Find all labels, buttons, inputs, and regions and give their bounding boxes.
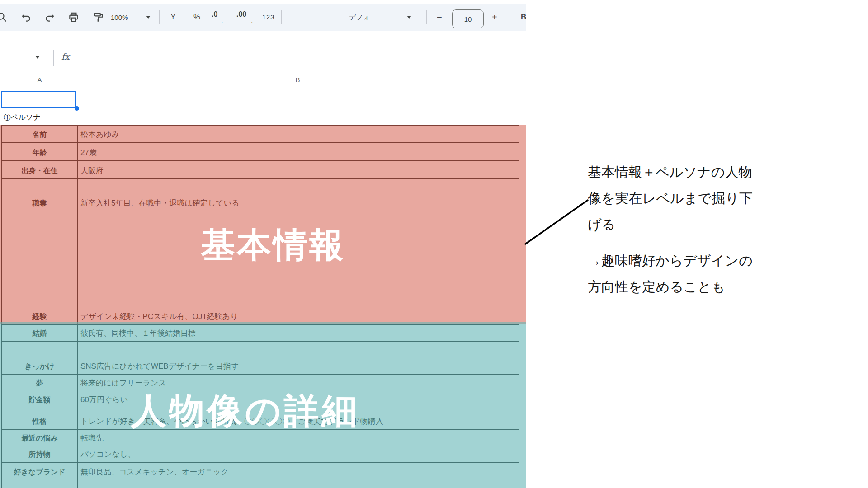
row-value-cell[interactable] [78, 480, 519, 488]
font-size-value: 10 [464, 15, 472, 23]
column-headers: A B [0, 69, 526, 90]
annotation-line: げる [588, 211, 832, 238]
number-format-button[interactable]: 123 [262, 4, 274, 31]
left-arrow-icon: ← [221, 19, 226, 25]
zoom-select[interactable]: 100% [111, 4, 128, 31]
row-value-cell[interactable]: デザイン未経験・PCスキル有、OJT経験あり [78, 211, 519, 324]
row-value-cell[interactable]: 60万円ぐらい [78, 391, 519, 408]
table-row: 出身・在住大阪府 [2, 161, 519, 179]
table-row: 職業新卒入社5年目、在職中・退職は確定している [2, 179, 519, 211]
table-row: 性格トレンドが好き、美容系、やわらかい雰囲気、〇〇〇〇〇〇、ご褒美でブランド物購… [2, 408, 519, 430]
table-row: 好きなブランド無印良品、コスメキッチン、オーガニック [2, 463, 519, 480]
formula-bar-divider [53, 50, 54, 66]
table-row: 名前松本あゆみ [2, 126, 519, 143]
increase-decimal-button[interactable]: .00→ [236, 4, 254, 31]
bold-button[interactable]: B [521, 4, 526, 31]
row-label-cell[interactable]: きっかけ [2, 342, 78, 374]
page: 100% ¥ % .0← .00→ 123 デフォ... [0, 0, 868, 488]
toolbar-divider [159, 10, 160, 24]
row-label-cell[interactable] [2, 480, 78, 488]
row-label-cell[interactable]: 出身・在住 [2, 161, 78, 178]
table-row: 年齢27歳 [2, 143, 519, 161]
format-percent-button[interactable]: % [193, 4, 200, 31]
print-button[interactable] [68, 4, 80, 31]
table-row: 所持物パソコンなし、 [2, 446, 519, 463]
zoom-caret-icon[interactable] [146, 4, 151, 31]
row-value-cell[interactable]: 彼氏有、同棲中、１年後結婚目標 [78, 325, 519, 341]
row-value-cell[interactable]: 松本あゆみ [78, 126, 519, 142]
table-row [2, 480, 519, 488]
row-value-cell[interactable]: パソコンなし、 [78, 446, 519, 462]
column-header-b[interactable]: B [77, 69, 519, 90]
annotation-line: 方向性を定めることも [588, 274, 832, 300]
toolbar-divider [281, 10, 282, 24]
decrease-decimal-button[interactable]: .0← [211, 4, 226, 31]
undo-button[interactable] [20, 4, 32, 31]
row-label-cell[interactable]: 名前 [2, 126, 78, 142]
decrease-font-size-button[interactable]: − [437, 4, 442, 31]
row-value-cell[interactable]: SNS広告にひかれてWEBデザイナーを目指す [78, 342, 519, 374]
row-label-cell[interactable]: 夢 [2, 375, 78, 391]
row-value-cell[interactable]: トレンドが好き、美容系、やわらかい雰囲気、〇〇〇〇〇〇、ご褒美でブランド物購入 [78, 408, 519, 429]
persona-table: 名前松本あゆみ年齢27歳出身・在住大阪府職業新卒入社5年目、在職中・退職は確定し… [1, 125, 519, 488]
annotation-line: 基本情報＋ペルソナの人物 [588, 159, 832, 185]
increase-font-size-button[interactable]: + [492, 4, 497, 31]
row-value-cell[interactable]: 新卒入社5年目、在職中・退職は確定している [78, 179, 519, 211]
row-value-cell[interactable]: 大阪府 [78, 161, 519, 178]
font-size-input[interactable]: 10 [452, 9, 484, 28]
row-label-cell[interactable]: 職業 [2, 179, 78, 211]
row-value-cell[interactable]: 無印良品、コスメキッチン、オーガニック [78, 463, 519, 480]
row-label-cell[interactable]: 経験 [2, 211, 78, 324]
annotation-line: →趣味嗜好からデザインの [588, 248, 832, 274]
cell-a2-title[interactable]: ①ペルソナ [4, 108, 184, 125]
row-label-cell[interactable]: 結婚 [2, 325, 78, 341]
fx-icon: fx [61, 52, 70, 61]
annotation-note: 基本情報＋ペルソナの人物 像を実在レベルまで掘り下 げる →趣味嗜好からデザイン… [588, 159, 832, 300]
redo-button[interactable] [44, 4, 56, 31]
font-caret-icon[interactable] [407, 4, 411, 31]
row-value-cell[interactable]: 転職先 [78, 430, 519, 446]
selected-cell-a1[interactable] [1, 91, 76, 108]
paint-format-button[interactable] [93, 4, 104, 31]
right-arrow-icon: → [248, 19, 254, 25]
row-label-cell[interactable]: 年齢 [2, 143, 78, 160]
sheets-toolbar: 100% ¥ % .0← .00→ 123 デフォ... [0, 4, 526, 31]
table-row: 夢将来的にはフリーランス [2, 375, 519, 391]
table-row: きっかけSNS広告にひかれてWEBデザイナーを目指す [2, 342, 519, 375]
format-currency-button[interactable]: ¥ [171, 4, 175, 31]
column-header-a[interactable]: A [2, 69, 77, 90]
row-value-cell[interactable]: 27歳 [78, 143, 519, 160]
row-label-cell[interactable]: 最近の悩み [2, 430, 78, 446]
row-label-cell[interactable]: 好きなブランド [2, 463, 78, 480]
annotation-line: 像を実在レベルまで掘り下 [588, 185, 832, 211]
table-row: 貯金額60万円ぐらい [2, 391, 519, 408]
table-row: 結婚彼氏有、同棲中、１年後結婚目標 [2, 325, 519, 342]
gridline [519, 90, 519, 125]
spreadsheet-screenshot: 100% ¥ % .0← .00→ 123 デフォ... [0, 0, 526, 488]
search-icon[interactable] [0, 4, 8, 31]
table-row: 最近の悩み転職先 [2, 430, 519, 446]
table-row: 経験デザイン未経験・PCスキル有、OJT経験あり [2, 211, 519, 325]
font-name: デフォ... [349, 13, 376, 22]
column-divider[interactable] [519, 69, 519, 90]
zoom-value: 100% [111, 14, 128, 21]
row-label-cell[interactable]: 所持物 [2, 446, 78, 462]
row-label-cell[interactable]: 性格 [2, 408, 78, 429]
name-box-caret-icon[interactable] [35, 56, 40, 59]
font-select[interactable]: デフォ... [349, 4, 376, 31]
row-value-cell[interactable]: 将来的にはフリーランス [78, 375, 519, 391]
toolbar-divider [426, 10, 427, 24]
row-label-cell[interactable]: 貯金額 [2, 391, 78, 408]
toolbar-divider [510, 10, 510, 24]
